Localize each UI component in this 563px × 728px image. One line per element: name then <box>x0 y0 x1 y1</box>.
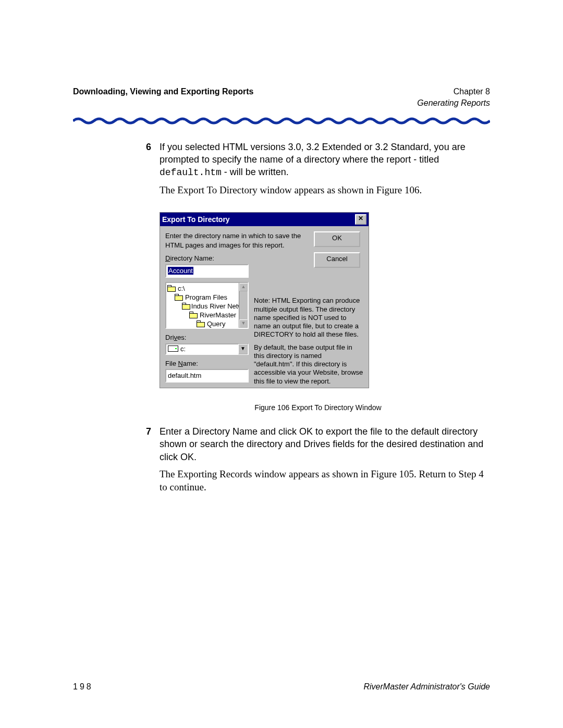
dialog-instruction: Enter the directory name in which to sav… <box>165 231 309 250</box>
export-dialog: Export To Directory ✕ Enter the director… <box>160 212 369 388</box>
directory-tree[interactable]: c:\ Program Files Indus River Netwo Rive… <box>165 282 249 329</box>
folder-open-icon <box>197 320 205 327</box>
folder-open-icon <box>182 303 189 309</box>
header-section-title: Downloading, Viewing and Exporting Repor… <box>73 86 253 109</box>
drives-dropdown[interactable]: c: ▼ <box>165 343 249 355</box>
step-number: 7 <box>146 425 160 498</box>
wavy-divider <box>73 117 490 125</box>
tree-item[interactable]: Program Files <box>167 293 247 302</box>
ok-button[interactable]: OK <box>314 231 360 247</box>
drive-icon <box>168 346 178 352</box>
dialog-title: Export To Directory <box>162 215 230 225</box>
folder-open-icon <box>167 285 176 291</box>
dialog-note: Note: HTML Exporting can produce multipl… <box>254 297 363 390</box>
directory-name-label: Directory Name: <box>165 254 309 263</box>
scrollbar[interactable]: ▲ ▼ <box>239 283 248 328</box>
book-title: RiverMaster Administrator's Guide <box>363 682 490 692</box>
step-7-para-1: Enter a Directory Name and click OK to e… <box>160 425 490 463</box>
folder-open-icon <box>189 312 198 318</box>
step-6: 6 If you selected HTML versions 3.0, 3.2… <box>146 141 490 201</box>
tree-item[interactable]: RiverMaster <box>167 311 247 319</box>
tree-item[interactable]: c:\ <box>167 284 247 293</box>
close-icon[interactable]: ✕ <box>355 214 366 225</box>
tree-item[interactable]: Indus River Netwo <box>167 302 247 311</box>
figure-caption: Figure 106 Export To Directory Window <box>146 403 490 413</box>
scroll-up-icon[interactable]: ▲ <box>239 283 248 291</box>
filename-input[interactable]: default.htm <box>165 369 249 382</box>
header-subtitle: Generating Reports <box>417 97 490 109</box>
dialog-titlebar[interactable]: Export To Directory ✕ <box>160 213 369 226</box>
page-number: 198 <box>73 682 93 692</box>
step-6-para-1: If you selected HTML versions 3.0, 3.2 E… <box>160 141 490 179</box>
scroll-down-icon[interactable]: ▼ <box>239 319 248 328</box>
step-7: 7 Enter a Directory Name and click OK to… <box>146 425 490 498</box>
page-header: Downloading, Viewing and Exporting Repor… <box>73 86 490 109</box>
page-footer: 198 RiverMaster Administrator's Guide <box>73 682 490 692</box>
folder-open-icon <box>175 294 183 300</box>
step-6-para-2: The Export To Directory window appears a… <box>160 183 490 197</box>
chevron-down-icon[interactable]: ▼ <box>238 344 248 354</box>
cancel-button[interactable]: Cancel <box>314 252 360 268</box>
figure-106: Export To Directory ✕ Enter the director… <box>160 212 490 388</box>
header-chapter: Chapter 8 <box>417 86 490 97</box>
directory-name-input[interactable]: Account <box>165 264 249 278</box>
step-7-para-2: The Exporting Records window appears as … <box>160 467 490 494</box>
step-number: 6 <box>146 141 160 201</box>
tree-item[interactable]: Query <box>167 319 247 328</box>
